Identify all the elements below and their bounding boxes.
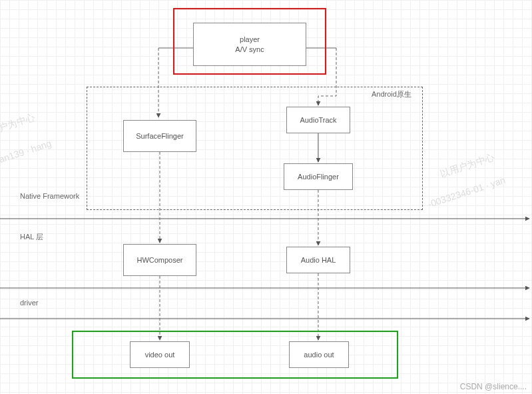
driver-label: driver xyxy=(20,299,39,307)
node-surfaceflinger: SurfaceFlinger xyxy=(123,120,196,152)
node-videoout: video out xyxy=(130,341,190,368)
player-label-line1: player xyxy=(235,35,264,44)
node-audioout: audio out xyxy=(289,341,349,368)
node-audioflinger: AudioFlinger xyxy=(284,163,353,190)
node-audiohal: Audio HAL xyxy=(286,247,350,273)
bottom-frame xyxy=(72,331,398,379)
native-framework-label: Native Framework xyxy=(20,192,79,201)
player-label-line2: A/V sync xyxy=(235,45,264,54)
footer-credit: CSDN @slience.... xyxy=(460,382,527,391)
node-hwcomposer: HWComposer xyxy=(123,244,196,276)
node-audiotrack: AudioTrack xyxy=(286,107,350,133)
hal-layer-label: HAL 层 xyxy=(20,232,43,242)
android-native-label: Android原生 xyxy=(372,89,411,99)
node-player: player A/V sync xyxy=(193,23,306,66)
